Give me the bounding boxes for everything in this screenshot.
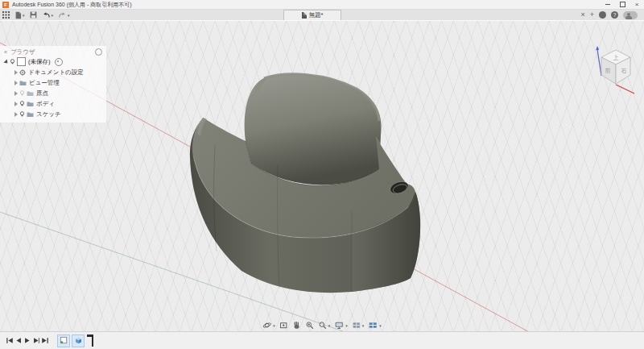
expand-triangle-icon[interactable] bbox=[3, 59, 9, 64]
skip-to-end-button[interactable] bbox=[40, 335, 49, 346]
viewcube-top-label: 上 bbox=[613, 55, 619, 60]
visibility-bulb-icon[interactable] bbox=[10, 59, 15, 64]
collapse-panel-icon[interactable]: « bbox=[4, 49, 7, 55]
zoom-icon bbox=[318, 321, 327, 330]
save-button[interactable] bbox=[30, 10, 37, 19]
browser-row-bodies[interactable]: ボディ bbox=[0, 98, 106, 109]
viewcube-z-axis bbox=[597, 49, 601, 76]
collapsed-triangle-icon[interactable] bbox=[14, 91, 18, 96]
step-back-icon bbox=[14, 337, 23, 344]
play-icon bbox=[23, 337, 31, 344]
look-at-button[interactable] bbox=[279, 321, 288, 330]
app-grid-icon bbox=[2, 11, 10, 19]
document-tab-label: 無題* bbox=[309, 11, 324, 19]
skip-to-start-button[interactable] bbox=[5, 335, 14, 346]
step-back-button[interactable] bbox=[14, 335, 23, 346]
step-forward-icon bbox=[32, 337, 40, 344]
extrude-feature-icon bbox=[74, 336, 83, 345]
timeline-position-marker[interactable] bbox=[87, 334, 94, 347]
grid-icon bbox=[352, 321, 361, 330]
undo-icon bbox=[42, 11, 51, 19]
dropdown-arrow: ▾ bbox=[362, 323, 365, 328]
browser-item-label[interactable]: ドキュメントの設定 bbox=[28, 69, 84, 77]
orbit-button[interactable]: ▾ bbox=[262, 321, 275, 330]
folder-icon bbox=[19, 80, 27, 86]
title-bar: F Autodesk Fusion 360 (個人用 - 商取引利用不可) × bbox=[0, 0, 644, 10]
dropdown-arrow: ▾ bbox=[345, 323, 348, 328]
collapsed-triangle-icon[interactable] bbox=[14, 70, 18, 75]
browser-panel: « ブラウザ (未保存) ドキュメントの設定 bbox=[0, 46, 106, 123]
pan-icon bbox=[292, 321, 301, 330]
document-icon bbox=[302, 12, 307, 19]
browser-header: « ブラウザ bbox=[0, 48, 106, 56]
dropdown-arrow: ▾ bbox=[23, 13, 25, 18]
browser-item-label[interactable]: ボディ bbox=[36, 100, 55, 108]
look-at-icon bbox=[279, 321, 288, 330]
tab-bar-right-cluster: × + ? bbox=[580, 11, 644, 19]
collapsed-triangle-icon[interactable] bbox=[14, 81, 18, 85]
browser-row-sketches[interactable]: スケッチ bbox=[0, 109, 106, 119]
collapsed-triangle-icon[interactable] bbox=[14, 112, 18, 117]
minimize-button[interactable] bbox=[601, 0, 615, 9]
close-button[interactable]: × bbox=[630, 0, 644, 9]
marker-stem bbox=[92, 334, 93, 347]
dropdown-arrow: ▾ bbox=[328, 323, 331, 328]
root-document-label[interactable]: (未保存) bbox=[28, 58, 51, 66]
visibility-bulb-off-icon[interactable] bbox=[19, 90, 25, 96]
display-settings-icon[interactable] bbox=[55, 58, 63, 66]
timeline-bar bbox=[0, 331, 644, 349]
file-menu-button[interactable]: ▾ bbox=[14, 10, 25, 19]
viewport-canvas[interactable]: « ブラウザ (未保存) ドキュメントの設定 bbox=[0, 21, 644, 332]
browser-item-label[interactable]: ビュー管理 bbox=[29, 79, 60, 87]
dropdown-arrow: ▾ bbox=[273, 323, 275, 328]
browser-row-origin[interactable]: 原点 bbox=[0, 88, 106, 98]
redo-button[interactable]: ▾ bbox=[58, 10, 70, 19]
zoom-window-icon bbox=[305, 321, 314, 330]
extrude-feature[interactable] bbox=[72, 334, 85, 347]
browser-item-label[interactable]: 原点 bbox=[36, 89, 48, 98]
minimize-icon bbox=[605, 4, 610, 5]
display-settings-button[interactable]: ▾ bbox=[334, 321, 348, 330]
visibility-bulb-icon[interactable] bbox=[19, 111, 25, 117]
browser-item-label[interactable]: スケッチ bbox=[36, 110, 61, 118]
window-controls: × bbox=[601, 0, 644, 9]
visibility-bulb-icon[interactable] bbox=[19, 101, 25, 106]
restore-icon bbox=[620, 2, 625, 7]
close-tab-button[interactable]: × bbox=[580, 11, 584, 19]
viewports-button[interactable]: ▾ bbox=[368, 321, 382, 330]
skip-end-icon bbox=[41, 337, 49, 344]
sketch-feature-icon bbox=[60, 336, 68, 345]
job-status-icon[interactable] bbox=[599, 11, 606, 19]
gear-icon bbox=[19, 69, 26, 76]
play-button[interactable] bbox=[23, 335, 31, 346]
app-grid-menu-button[interactable] bbox=[2, 10, 10, 19]
close-icon: × bbox=[635, 2, 639, 8]
browser-info-icon[interactable] bbox=[95, 48, 102, 56]
browser-root-row[interactable]: (未保存) bbox=[0, 56, 106, 67]
restore-button[interactable] bbox=[615, 0, 630, 9]
dropdown-arrow: ▾ bbox=[52, 13, 54, 18]
pan-button[interactable] bbox=[292, 321, 301, 330]
user-avatar[interactable] bbox=[623, 11, 638, 19]
document-tab[interactable]: 無題* bbox=[283, 10, 341, 20]
browser-row-document-settings[interactable]: ドキュメントの設定 bbox=[0, 67, 106, 77]
timeline-playback-controls bbox=[5, 335, 49, 346]
skip-start-icon bbox=[6, 337, 14, 344]
browser-row-view-management[interactable]: ビュー管理 bbox=[0, 77, 106, 88]
undo-button[interactable]: ▾ bbox=[42, 10, 54, 19]
new-tab-button[interactable]: + bbox=[590, 11, 594, 19]
pipe-clip-body[interactable] bbox=[190, 74, 420, 293]
collapsed-triangle-icon[interactable] bbox=[14, 102, 18, 106]
viewcube-right-label: 右 bbox=[621, 68, 627, 74]
view-cube[interactable]: 上 前 右 bbox=[594, 45, 639, 98]
document-tab-bar: ▾ ▾ ▾ 無題* × + ? bbox=[0, 10, 644, 20]
step-forward-button[interactable] bbox=[31, 335, 40, 346]
zoom-button[interactable]: ▾ bbox=[318, 321, 331, 330]
folder-icon bbox=[27, 101, 34, 107]
viewcube-x-axis bbox=[616, 85, 634, 93]
zoom-window-button[interactable] bbox=[305, 321, 314, 330]
viewcube-front-label: 前 bbox=[605, 68, 611, 73]
sketch-feature[interactable] bbox=[57, 334, 70, 347]
grid-settings-button[interactable]: ▾ bbox=[352, 321, 365, 330]
help-button[interactable]: ? bbox=[611, 11, 618, 19]
